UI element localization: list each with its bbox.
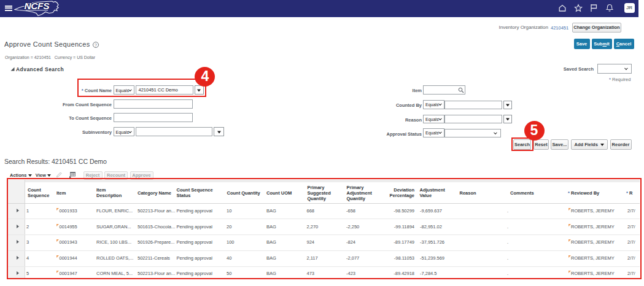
svg-text:NCFS: NCFS (25, 1, 50, 11)
